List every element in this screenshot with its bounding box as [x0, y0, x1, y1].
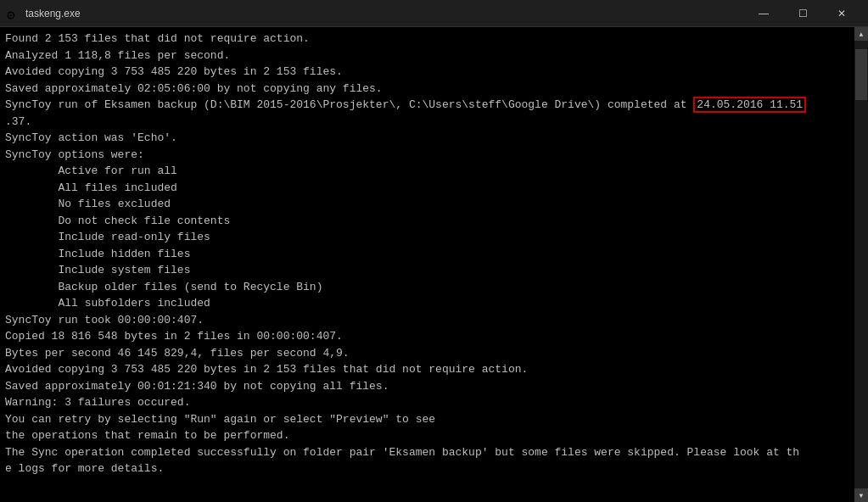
terminal-line: .37. [5, 114, 849, 131]
terminal-line: Found 2 153 files that did not require a… [5, 31, 849, 47]
terminal-text: SyncToy run of Eksamen backup (D:\BIM 20… [5, 98, 693, 111]
terminal-line: Avoided copying 3 753 485 220 bytes in 2… [5, 361, 849, 378]
terminal-line: SyncToy run took 00:00:00:407. [5, 312, 849, 329]
terminal-line: Include hidden files [5, 246, 849, 263]
terminal-line: Include system files [5, 262, 849, 279]
content-area: Found 2 153 files that did not require a… [0, 27, 868, 502]
terminal-line: All subfolders included [5, 295, 849, 312]
terminal-line: You can retry by selecting "Run" again o… [5, 411, 849, 428]
window-title: taskeng.exe [25, 8, 81, 20]
close-button[interactable]: ✕ [822, 0, 861, 27]
scroll-up-button[interactable]: ▲ [854, 27, 868, 41]
terminal-line: SyncToy options were: [5, 147, 849, 164]
terminal-line: Bytes per second 46 145 829,4, files per… [5, 345, 849, 362]
terminal-line: All files included [5, 180, 849, 197]
terminal-line: No files excluded [5, 196, 849, 213]
scroll-down-button[interactable]: ▼ [854, 488, 868, 502]
main-window: ⚙ taskeng.exe — ☐ ✕ Found 2 153 files th… [0, 0, 868, 502]
terminal-line: Do not check file contents [5, 213, 849, 230]
terminal-line: Avoided copying 3 753 485 220 bytes in 2… [5, 64, 849, 81]
terminal-output: Found 2 153 files that did not require a… [0, 27, 854, 502]
highlighted-timestamp: 24.05.2016 11.51 [693, 97, 806, 113]
terminal-line: Active for run all [5, 163, 849, 180]
terminal-line: Backup older files (send to Recycle Bin) [5, 279, 849, 296]
scrollbar[interactable]: ▲ ▼ [854, 27, 868, 502]
terminal-line: Saved approximately 00:01:21:340 by not … [5, 378, 849, 395]
maximize-button[interactable]: ☐ [783, 0, 822, 27]
window-controls: — ☐ ✕ [744, 0, 861, 27]
terminal-line: The Sync operation completed successfull… [5, 444, 849, 461]
terminal-line: Warning: 3 failures occured. [5, 394, 849, 411]
scrollbar-track[interactable] [854, 41, 868, 488]
titlebar: ⚙ taskeng.exe — ☐ ✕ [0, 0, 868, 27]
titlebar-left: ⚙ taskeng.exe [7, 7, 81, 20]
terminal-line: the operations that remain to be perform… [5, 427, 849, 444]
window-icon: ⚙ [7, 7, 20, 20]
terminal-line: Analyzed 1 118,8 files per second. [5, 47, 849, 64]
minimize-button[interactable]: — [744, 0, 783, 27]
terminal-line: SyncToy run of Eksamen backup (D:\BIM 20… [5, 97, 849, 114]
terminal-line: e logs for more details. [5, 460, 849, 477]
terminal-line: Include read-only files [5, 229, 849, 246]
scrollbar-thumb[interactable] [855, 49, 867, 100]
terminal-line: Saved approximately 02:05:06:00 by not c… [5, 81, 849, 98]
terminal-line: SyncToy action was 'Echo'. [5, 130, 849, 147]
terminal-line: Copied 18 816 548 bytes in 2 files in 00… [5, 328, 849, 345]
